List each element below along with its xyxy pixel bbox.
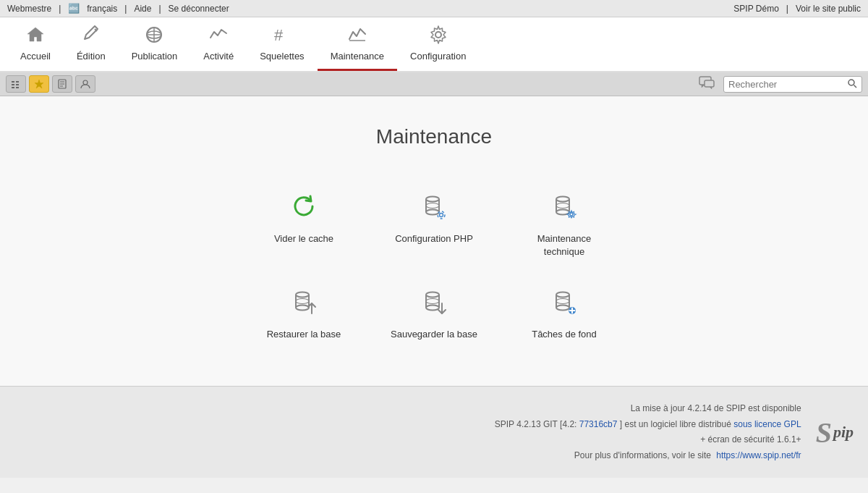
search-button[interactable] — [847, 78, 857, 90]
page-title-container: Maintenance — [14, 125, 854, 148]
svg-point-28 — [438, 211, 445, 219]
footer-licence-link[interactable]: sous licence GPL — [733, 419, 801, 429]
tool-vider-cache[interactable]: Vider le cache — [239, 177, 369, 273]
topbar-left: Webmestre | 🔤 français | Aide | Se décon… — [7, 3, 229, 14]
tool-label-sauvegarder-base: Sauvegarder la base — [391, 328, 477, 341]
tool-label-restaurer-base: Restaurer la base — [267, 328, 341, 341]
nav-label-maintenance: Maintenance — [331, 51, 384, 62]
langue-icon: 🔤 — [68, 3, 80, 14]
nav-item-squelettes[interactable]: # Squelettes — [247, 17, 317, 71]
svg-text:#: # — [274, 26, 284, 44]
footer-version-line: SPIP 4.2.13 GIT [4.2: 77316cb7 ] est un … — [408, 417, 801, 433]
svg-point-17 — [83, 80, 88, 85]
svg-rect-10 — [16, 84, 19, 85]
nav-item-activite[interactable]: Activité — [190, 17, 247, 71]
webmaster-link[interactable]: Webmestre — [7, 4, 51, 14]
svg-point-50 — [556, 306, 569, 311]
svg-marker-12 — [35, 80, 43, 88]
main-content: Maintenance Vider le cache — [0, 96, 868, 386]
toolbar — [0, 72, 868, 96]
db-gear-icon — [550, 192, 579, 225]
footer-update-notice: La mise à jour 4.2.14 de SPIP est dispon… — [408, 401, 801, 417]
footer: La mise à jour 4.2.14 de SPIP est dispon… — [0, 386, 868, 478]
tool-label-maintenance-technique: Maintenance technique — [521, 232, 608, 258]
footer-commit-link[interactable]: 77316cb7 — [579, 419, 618, 429]
spip-logo-s: S — [816, 416, 832, 450]
search-container — [723, 76, 862, 93]
footer-version-suffix: ] est un logiciel libre distribué — [620, 419, 731, 429]
nav-item-accueil[interactable]: Accueil — [7, 17, 64, 71]
svg-line-21 — [854, 85, 857, 88]
toolbar-btn-4[interactable] — [75, 75, 95, 93]
search-input[interactable] — [728, 79, 844, 90]
svg-point-20 — [848, 80, 854, 85]
svg-point-26 — [426, 203, 439, 208]
topbar: Webmestre | 🔤 français | Aide | Se décon… — [0, 0, 868, 17]
svg-rect-6 — [12, 81, 14, 83]
tool-sauvegarder-base[interactable]: Sauvegarder la base — [369, 273, 499, 355]
svg-point-41 — [426, 292, 439, 298]
star-icon — [34, 79, 44, 89]
nav-item-edition[interactable]: Édition — [64, 17, 119, 71]
nav-label-squelettes: Squelettes — [260, 51, 304, 62]
nav-item-publication[interactable]: Publication — [119, 17, 191, 71]
nav-item-configuration[interactable]: Configuration — [397, 17, 479, 71]
svg-point-44 — [426, 306, 439, 311]
toolbar-btn-3[interactable] — [52, 75, 72, 93]
db-down-icon — [420, 287, 448, 321]
footer-info-line: Pour plus d'informations, voir le site h… — [408, 448, 801, 464]
home-icon — [25, 25, 46, 48]
tools-icon — [11, 79, 21, 89]
tool-restaurer-base[interactable]: Restaurer la base — [239, 273, 369, 355]
configuration-icon — [428, 25, 448, 48]
svg-rect-19 — [705, 80, 714, 87]
maintenance-icon — [347, 25, 367, 48]
nav-label-publication: Publication — [132, 51, 178, 62]
svg-point-25 — [426, 210, 439, 215]
footer-info-prefix: Pour plus d'informations, voir le site — [574, 450, 711, 460]
svg-point-34 — [570, 213, 573, 216]
nav-item-maintenance[interactable]: Maintenance — [318, 17, 397, 71]
spip-logo-pip: pip — [833, 423, 854, 442]
svg-point-22 — [426, 197, 439, 202]
refresh-icon — [289, 192, 318, 225]
nav-label-activite: Activité — [203, 51, 234, 62]
svg-rect-8 — [12, 87, 14, 88]
langue-link[interactable]: français — [87, 4, 117, 14]
nav-label-configuration: Configuration — [410, 51, 466, 62]
main-nav: Accueil Édition Publication — [0, 17, 868, 72]
deconnexion-link[interactable]: Se déconnecter — [169, 4, 229, 14]
svg-rect-7 — [12, 84, 14, 85]
footer-text: La mise à jour 4.2.14 de SPIP est dispon… — [408, 401, 801, 463]
publication-icon — [144, 25, 164, 48]
chat-icon[interactable] — [699, 76, 715, 93]
svg-rect-9 — [16, 81, 19, 83]
tool-maintenance-technique[interactable]: Maintenance technique — [499, 177, 629, 273]
voir-site-link[interactable]: Voir le site public — [796, 4, 861, 14]
db-plus-icon — [550, 287, 579, 321]
svg-point-35 — [296, 292, 309, 298]
nav-label-edition: Édition — [77, 51, 106, 62]
tool-label-configuration-php: Configuration PHP — [395, 232, 473, 245]
svg-point-45 — [426, 299, 439, 304]
toolbar-btn-2[interactable] — [29, 75, 49, 93]
page-title: Maintenance — [14, 125, 854, 148]
svg-point-38 — [296, 306, 309, 311]
aide-link[interactable]: Aide — [134, 4, 151, 14]
footer-version-prefix: SPIP 4.2.13 GIT [4.2: — [495, 419, 577, 429]
tool-configuration-php[interactable]: Configuration PHP — [369, 177, 499, 273]
edition-icon — [81, 25, 101, 48]
toolbar-btn-1[interactable] — [6, 75, 26, 93]
tools-grid: Vider le cache Configuration PHP — [181, 177, 687, 356]
db-up-icon — [289, 287, 318, 321]
footer-security-line: + écran de sécurité 1.6.1+ — [408, 432, 801, 448]
demo-link[interactable]: SPIP Démo — [733, 4, 778, 14]
squelettes-icon: # — [272, 25, 292, 48]
svg-point-47 — [556, 292, 569, 298]
footer-site-link[interactable]: https://www.spip.net/fr — [716, 450, 801, 460]
user-icon — [80, 79, 90, 89]
activite-icon — [208, 25, 229, 48]
tool-label-vider-cache: Vider le cache — [274, 232, 333, 245]
svg-point-29 — [556, 197, 569, 202]
tool-taches-fond[interactable]: Tâches de fond — [499, 273, 629, 355]
